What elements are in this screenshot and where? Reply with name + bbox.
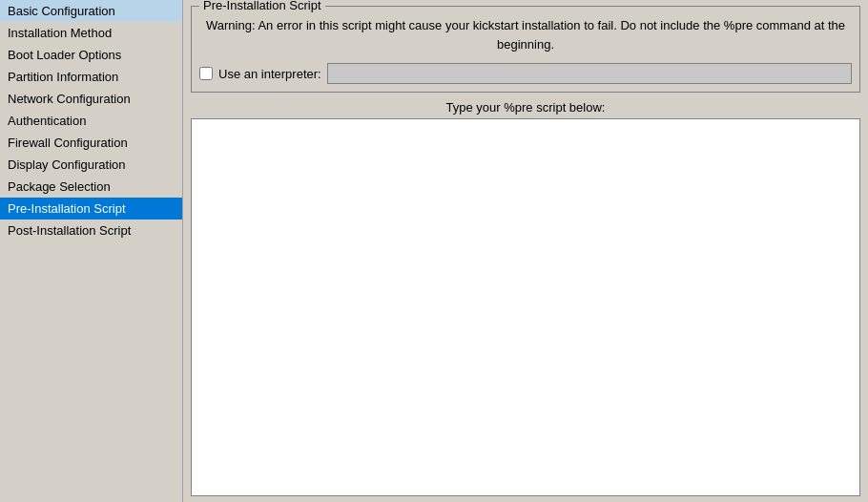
main-content: Pre-Installation Script Warning: An erro… (183, 0, 868, 502)
use-interpreter-checkbox[interactable] (199, 67, 213, 80)
interpreter-input[interactable] (327, 63, 852, 84)
sidebar-item-display-configuration[interactable]: Display Configuration (0, 154, 182, 176)
sidebar-item-pre-installation-script[interactable]: Pre-Installation Script (0, 198, 182, 220)
script-section: Type your %pre script below: (191, 100, 860, 496)
warning-text: Warning: An error in this script might c… (199, 12, 852, 55)
sidebar-item-installation-method[interactable]: Installation Method (0, 22, 182, 44)
pre-installation-script-panel: Pre-Installation Script Warning: An erro… (191, 6, 860, 93)
sidebar-item-network-configuration[interactable]: Network Configuration (0, 88, 182, 110)
sidebar: Basic ConfigurationInstallation MethodBo… (0, 0, 183, 502)
sidebar-item-boot-loader-options[interactable]: Boot Loader Options (0, 44, 182, 66)
sidebar-item-post-installation-script[interactable]: Post-Installation Script (0, 220, 182, 241)
script-label: Type your %pre script below: (191, 100, 860, 115)
panel-title: Pre-Installation Script (199, 0, 325, 12)
sidebar-item-package-selection[interactable]: Package Selection (0, 176, 182, 198)
sidebar-item-authentication[interactable]: Authentication (0, 110, 182, 132)
script-textarea[interactable] (191, 118, 860, 496)
interpreter-row: Use an interpreter: (199, 63, 852, 84)
sidebar-item-firewall-configuration[interactable]: Firewall Configuration (0, 132, 182, 154)
use-interpreter-label: Use an interpreter: (218, 67, 321, 81)
sidebar-item-basic-configuration[interactable]: Basic Configuration (0, 0, 182, 22)
sidebar-item-partition-information[interactable]: Partition Information (0, 66, 182, 88)
